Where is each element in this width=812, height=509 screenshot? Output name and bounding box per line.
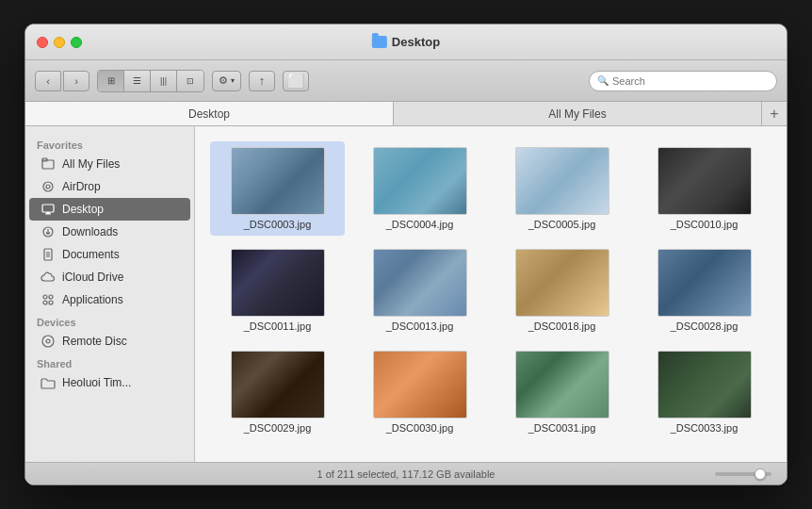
slider-thumb[interactable] <box>755 468 766 480</box>
maximize-button[interactable] <box>71 37 82 48</box>
file-thumbnail <box>373 249 467 317</box>
sidebar-item-desktop[interactable]: Desktop <box>29 198 190 221</box>
arrange-button[interactable]: ⚙ ▾ <box>212 71 241 91</box>
svg-point-3 <box>46 185 50 189</box>
file-thumbnail <box>373 351 467 419</box>
file-item[interactable]: _DSC0003.jpg <box>210 141 345 236</box>
minimize-button[interactable] <box>54 37 65 48</box>
svg-point-2 <box>43 182 53 191</box>
title-bar: Desktop <box>25 25 787 60</box>
sidebar-item-icloud[interactable]: iCloud Drive <box>29 266 190 288</box>
view-buttons: ⊞ ☰ ||| ⊡ <box>97 70 204 92</box>
desktop-icon <box>41 202 56 217</box>
add-tab-button[interactable]: + <box>762 102 787 125</box>
column-view-button[interactable]: ||| <box>151 71 177 91</box>
sidebar-item-shared-1[interactable]: Heoluoi Tim... <box>29 371 190 394</box>
file-thumbnail <box>231 351 325 419</box>
icon-view-button[interactable]: ⊞ <box>98 71 124 91</box>
file-item[interactable]: _DSC0013.jpg <box>352 243 487 337</box>
file-thumbnail <box>658 249 752 317</box>
folder-icon <box>372 36 387 48</box>
icloud-icon <box>41 270 56 285</box>
file-item[interactable]: _DSC0010.jpg <box>637 141 771 236</box>
applications-icon <box>41 292 56 307</box>
file-item[interactable]: _DSC0030.jpg <box>352 345 487 439</box>
tab-bar: Desktop All My Files + <box>25 102 787 126</box>
shared-folder-icon <box>41 375 56 390</box>
file-name: _DSC0028.jpg <box>671 320 739 332</box>
tag-button[interactable]: ⬜ <box>283 71 309 91</box>
search-input[interactable] <box>612 75 769 87</box>
toolbar: ‹ › ⊞ ☰ ||| ⊡ ⚙ ▾ ↑ ⬜ 🔍 <box>25 60 787 102</box>
documents-icon <box>41 247 56 262</box>
file-item[interactable]: _DSC0033.jpg <box>637 345 771 439</box>
remote-disc-icon <box>41 334 56 349</box>
main-content: Favorites All My Files AirDro <box>25 126 787 462</box>
traffic-lights <box>37 37 82 48</box>
tab-desktop[interactable]: Desktop <box>25 102 394 125</box>
list-view-button[interactable]: ☰ <box>124 71 151 91</box>
file-name: _DSC0013.jpg <box>386 320 454 332</box>
file-item[interactable]: _DSC0004.jpg <box>352 141 487 236</box>
finder-window: Desktop ‹ › ⊞ ☰ ||| ⊡ ⚙ ▾ ↑ ⬜ 🔍 Desktop <box>24 24 788 485</box>
file-name: _DSC0005.jpg <box>528 219 596 230</box>
size-slider[interactable] <box>715 472 771 476</box>
file-thumbnail <box>658 351 752 419</box>
file-name: _DSC0003.jpg <box>244 219 312 230</box>
sidebar: Favorites All My Files AirDro <box>25 126 195 462</box>
slider-track <box>715 472 771 476</box>
file-item[interactable]: _DSC0018.jpg <box>495 243 629 337</box>
close-button[interactable] <box>37 37 48 48</box>
svg-point-18 <box>46 339 50 343</box>
file-item[interactable]: _DSC0028.jpg <box>637 243 771 337</box>
sidebar-item-documents[interactable]: Documents <box>29 243 190 266</box>
tab-all-my-files[interactable]: All My Files <box>394 102 762 125</box>
forward-button[interactable]: › <box>63 71 89 91</box>
status-text: 1 of 211 selected, 117.12 GB available <box>317 468 495 480</box>
file-thumbnail <box>231 147 325 215</box>
svg-point-14 <box>49 295 53 299</box>
arrange-icon: ⚙ <box>219 74 228 87</box>
coverflow-view-button[interactable]: ⊡ <box>177 71 203 91</box>
file-name: _DSC0004.jpg <box>386 219 454 230</box>
file-thumbnail <box>373 147 467 215</box>
sidebar-item-remote-disc[interactable]: Remote Disc <box>29 330 190 353</box>
sidebar-item-all-my-files[interactable]: All My Files <box>29 153 190 175</box>
arrange-chevron: ▾ <box>231 76 235 85</box>
search-box[interactable]: 🔍 <box>589 71 777 91</box>
file-name: _DSC0011.jpg <box>244 320 312 332</box>
all-my-files-icon <box>41 156 56 172</box>
window-title: Desktop <box>372 35 440 49</box>
svg-point-17 <box>42 336 54 347</box>
downloads-icon <box>41 224 56 239</box>
svg-point-16 <box>49 301 53 304</box>
shared-section-label: Shared <box>25 353 194 371</box>
file-name: _DSC0029.jpg <box>244 422 312 434</box>
file-name: _DSC0030.jpg <box>386 422 454 434</box>
file-thumbnail <box>231 249 325 317</box>
file-name: _DSC0033.jpg <box>671 422 739 434</box>
file-thumbnail <box>658 147 752 215</box>
nav-buttons: ‹ › <box>35 71 89 91</box>
file-name: _DSC0018.jpg <box>528 320 596 332</box>
share-button[interactable]: ↑ <box>249 71 275 91</box>
airdrop-icon <box>41 179 56 194</box>
sidebar-item-airdrop[interactable]: AirDrop <box>29 175 190 198</box>
file-thumbnail <box>515 249 609 317</box>
status-bar: 1 of 211 selected, 117.12 GB available <box>25 462 787 484</box>
file-grid: _DSC0003.jpg_DSC0004.jpg_DSC0005.jpg_DSC… <box>195 126 787 462</box>
svg-rect-4 <box>42 205 54 212</box>
file-item[interactable]: _DSC0005.jpg <box>495 141 629 236</box>
file-item[interactable]: _DSC0029.jpg <box>210 345 345 439</box>
file-item[interactable]: _DSC0011.jpg <box>210 243 345 337</box>
back-button[interactable]: ‹ <box>35 71 61 91</box>
search-icon: 🔍 <box>597 75 609 86</box>
sidebar-item-downloads[interactable]: Downloads <box>29 221 190 243</box>
sidebar-item-applications[interactable]: Applications <box>29 288 190 311</box>
file-item[interactable]: _DSC0031.jpg <box>495 345 629 439</box>
svg-point-15 <box>43 301 47 304</box>
svg-point-13 <box>43 295 47 299</box>
file-thumbnail <box>515 147 609 215</box>
file-name: _DSC0010.jpg <box>671 219 739 230</box>
file-thumbnail <box>515 351 609 419</box>
